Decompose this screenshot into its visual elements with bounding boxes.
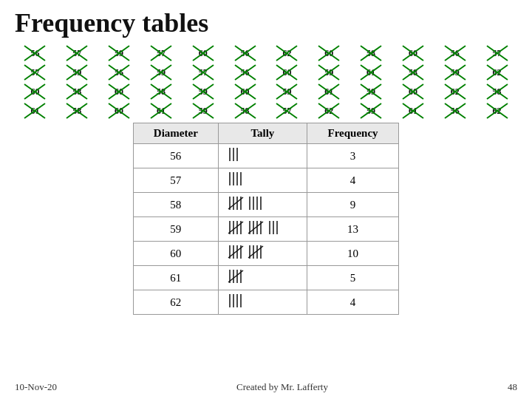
table-row: 6010 [134, 242, 399, 266]
footer-date: 10-Nov-20 [15, 381, 57, 393]
grid-cell: 59 [140, 64, 181, 81]
grid-cell: 59 [351, 102, 392, 120]
diameter-cell: 62 [134, 290, 219, 315]
grid-cell: 60 [15, 83, 55, 100]
grid-cell: 58 [392, 64, 433, 81]
frequency-cell: 5 [307, 266, 399, 290]
frequency-cell: 13 [307, 217, 399, 242]
tally-cell [218, 217, 307, 242]
diameter-cell: 56 [134, 144, 219, 168]
grid-cell: 62 [477, 64, 517, 81]
frequency-table: Diameter Tally Frequency 563574589591360… [133, 123, 399, 315]
grid-cell: 62 [477, 102, 517, 120]
grid-cell: 58 [351, 44, 392, 62]
grid-cell: 60 [183, 44, 223, 62]
grid-cell: 61 [351, 64, 392, 81]
grid-cell: 60 [99, 83, 140, 100]
grid-cell: 57 [57, 44, 98, 62]
frequency-cell: 3 [307, 144, 399, 168]
tally-cell [218, 290, 307, 315]
grid-cell: 57 [267, 102, 307, 120]
grid-cell: 56 [225, 44, 265, 62]
table-row: 5913 [134, 217, 399, 242]
grid-cell: 56 [225, 64, 265, 81]
grid-cell: 62 [309, 102, 349, 120]
grid-cell: 57 [183, 64, 223, 81]
grid-cell: 61 [15, 102, 55, 120]
frequency-cell: 4 [307, 168, 399, 193]
grid-cell: 59 [57, 64, 98, 81]
grid-cell: 58 [57, 83, 98, 100]
grid-cell: 57 [140, 44, 181, 62]
tally-cell [218, 168, 307, 193]
grid-cell: 56 [434, 44, 475, 62]
grid-cell: 61 [392, 102, 433, 120]
grid-cell: 58 [57, 102, 98, 120]
grid-cell: 57 [477, 44, 517, 62]
tally-cell [218, 144, 307, 168]
grid-cell: 60 [309, 44, 349, 62]
grid-cell: 58 [477, 83, 517, 100]
grid-cell: 59 [267, 83, 307, 100]
tally-cell [218, 242, 307, 266]
tally-cell [218, 193, 307, 217]
table-row: 563 [134, 144, 399, 168]
diameter-cell: 60 [134, 242, 219, 266]
col-tally: Tally [218, 123, 307, 144]
grid-cell: 56 [434, 102, 475, 120]
grid-cell: 59 [99, 44, 140, 62]
grid-cell: 56 [99, 64, 140, 81]
grid-cell: 58 [140, 83, 181, 100]
diameter-cell: 57 [134, 168, 219, 193]
grid-cell: 59 [309, 64, 349, 81]
table-body: 56357458959136010615624 [134, 144, 399, 315]
frequency-cell: 10 [307, 242, 399, 266]
footer-page: 48 [508, 381, 517, 393]
table-row: 574 [134, 168, 399, 193]
grid-cell: 57 [15, 64, 55, 81]
frequency-cell: 4 [307, 290, 399, 315]
col-diameter: Diameter [134, 123, 219, 144]
grid-cell: 60 [267, 64, 307, 81]
grid-cell: 60 [225, 83, 265, 100]
table-row: 589 [134, 193, 399, 217]
tally-cell [218, 266, 307, 290]
grid-cell: 58 [225, 102, 265, 120]
grid-cell: 60 [99, 102, 140, 120]
diameter-cell: 59 [134, 217, 219, 242]
grid-cell: 61 [309, 83, 349, 100]
grid-cell: 59 [434, 64, 475, 81]
grid-cell: 59 [351, 83, 392, 100]
footer: 10-Nov-20 Created by Mr. Lafferty 48 [0, 381, 532, 393]
col-frequency: Frequency [307, 123, 399, 144]
diameter-cell: 58 [134, 193, 219, 217]
page-title: Frequency tables [0, 0, 532, 43]
grid-cell: 56 [15, 44, 55, 62]
footer-credit: Created by Mr. Lafferty [236, 381, 328, 393]
grid-cell: 61 [140, 102, 181, 120]
frequency-cell: 9 [307, 193, 399, 217]
grid-cell: 60 [392, 44, 433, 62]
frequency-table-container: Diameter Tally Frequency 563574589591360… [0, 123, 532, 315]
diameter-cell: 61 [134, 266, 219, 290]
grid-cell: 62 [267, 44, 307, 62]
table-row: 624 [134, 290, 399, 315]
table-row: 615 [134, 266, 399, 290]
grid-cell: 59 [183, 83, 223, 100]
grid-cell: 62 [434, 83, 475, 100]
grid-cell: 59 [183, 102, 223, 120]
number-grid: 5657595760566260586056575759565957566059… [0, 43, 532, 123]
grid-cell: 60 [392, 83, 433, 100]
